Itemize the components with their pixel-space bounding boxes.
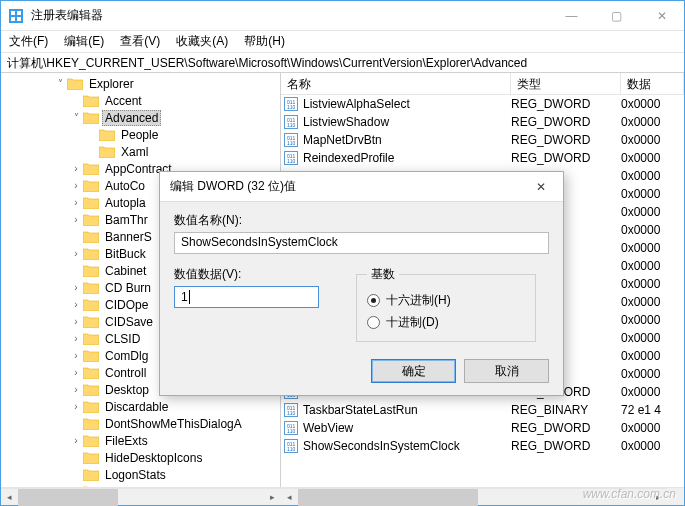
expander-icon[interactable]: ›	[69, 333, 83, 344]
expander-icon[interactable]: ›	[69, 367, 83, 378]
dword-icon: 011110	[281, 151, 301, 165]
scroll-thumb[interactable]	[18, 489, 118, 506]
tree-label: Accent	[102, 94, 145, 108]
value-data-input[interactable]: 1	[174, 286, 319, 308]
expander-icon[interactable]: ›	[69, 197, 83, 208]
expander-icon[interactable]: ›	[69, 401, 83, 412]
expander-icon[interactable]: ›	[69, 180, 83, 191]
folder-icon	[99, 145, 115, 159]
dialog-title: 编辑 DWORD (32 位)值	[170, 178, 296, 195]
value-data: 0x0000	[621, 439, 684, 453]
list-row[interactable]: 011110ReindexedProfileREG_DWORD0x0000	[281, 149, 684, 167]
scroll-thumb[interactable]	[298, 489, 478, 506]
cancel-button[interactable]: 取消	[464, 359, 549, 383]
dword-icon: 011110	[281, 133, 301, 147]
svg-rect-2	[17, 11, 21, 15]
tree-label: Desktop	[102, 383, 152, 397]
expander-icon[interactable]: ›	[69, 214, 83, 225]
list-row[interactable]: 011110TaskbarStateLastRunREG_BINARY72 e1…	[281, 401, 684, 419]
menu-file[interactable]: 文件(F)	[1, 30, 56, 53]
tree-item[interactable]: ›LowRegistry	[1, 483, 280, 487]
value-data: 0x0000	[621, 367, 684, 381]
scroll-right-icon[interactable]: ▸	[264, 489, 281, 506]
value-name: WebView	[301, 421, 511, 435]
col-type[interactable]: 类型	[511, 73, 621, 94]
expander-icon[interactable]: ›	[69, 350, 83, 361]
radio-hex[interactable]: 十六进制(H)	[367, 289, 525, 311]
radio-dec-icon	[367, 316, 380, 329]
list-row[interactable]: 011110WebViewREG_DWORD0x0000	[281, 419, 684, 437]
tree-item[interactable]: Xaml	[1, 143, 280, 160]
tree-label: Cabinet	[102, 264, 149, 278]
folder-icon	[83, 162, 99, 176]
dialog-titlebar: 编辑 DWORD (32 位)值 ✕	[160, 172, 563, 202]
menu-favorites[interactable]: 收藏夹(A)	[168, 30, 236, 53]
resize-grip[interactable]	[667, 488, 684, 505]
value-data-label: 数值数据(V):	[174, 266, 354, 283]
folder-icon	[83, 485, 99, 488]
menu-help[interactable]: 帮助(H)	[236, 30, 293, 53]
folder-icon	[83, 298, 99, 312]
folder-icon	[83, 332, 99, 346]
value-data: 0x0000	[621, 205, 684, 219]
col-name[interactable]: 名称	[281, 73, 511, 94]
menu-edit[interactable]: 编辑(E)	[56, 30, 112, 53]
expander-icon[interactable]: ›	[69, 384, 83, 395]
tree-item[interactable]: ˅Advanced	[1, 109, 280, 126]
value-type: REG_DWORD	[511, 115, 621, 129]
minimize-button[interactable]: —	[549, 1, 594, 31]
tree-item[interactable]: HideDesktopIcons	[1, 449, 280, 466]
list-row[interactable]: 011110ListviewShadowREG_DWORD0x0000	[281, 113, 684, 131]
svg-text:110: 110	[287, 140, 296, 146]
tree-label: CD Burn	[102, 281, 154, 295]
dword-icon: 011110	[281, 97, 301, 111]
value-data: 0x0000	[621, 187, 684, 201]
tree-item[interactable]: DontShowMeThisDialogA	[1, 415, 280, 432]
tree-item[interactable]: People	[1, 126, 280, 143]
tree-hscroll[interactable]: ◂ ▸	[1, 488, 281, 505]
base-legend: 基数	[367, 266, 399, 283]
list-row[interactable]: 011110ListviewAlphaSelectREG_DWORD0x0000	[281, 95, 684, 113]
expander-icon[interactable]: ›	[69, 486, 83, 487]
tree-item[interactable]: ›Discardable	[1, 398, 280, 415]
folder-icon	[99, 128, 115, 142]
expander-icon[interactable]: ›	[69, 163, 83, 174]
value-data: 0x0000	[621, 97, 684, 111]
list-row[interactable]: 011110ShowSecondsInSystemClockREG_DWORD0…	[281, 437, 684, 455]
expander-icon[interactable]: ›	[69, 299, 83, 310]
list-header: 名称 类型 数据	[281, 73, 684, 95]
folder-icon	[83, 349, 99, 363]
value-type: REG_DWORD	[511, 151, 621, 165]
radio-dec[interactable]: 十进制(D)	[367, 311, 525, 333]
dialog-close-button[interactable]: ✕	[519, 172, 563, 202]
value-data: 0x0000	[621, 169, 684, 183]
menu-view[interactable]: 查看(V)	[112, 30, 168, 53]
scroll-left-icon[interactable]: ◂	[281, 489, 298, 506]
value-data: 0x0000	[621, 223, 684, 237]
scroll-right-icon[interactable]: ▸	[650, 489, 667, 506]
tree-item[interactable]: LogonStats	[1, 466, 280, 483]
tree-label: Autopla	[102, 196, 149, 210]
expander-icon[interactable]: ›	[69, 248, 83, 259]
svg-rect-1	[11, 11, 15, 15]
list-row[interactable]: 011110MapNetDrvBtnREG_DWORD0x0000	[281, 131, 684, 149]
value-data: 72 e1 4	[621, 403, 684, 417]
maximize-button[interactable]: ▢	[594, 1, 639, 31]
expander-icon[interactable]: ›	[69, 282, 83, 293]
expander-icon[interactable]: ›	[69, 435, 83, 446]
expander-icon[interactable]: ˅	[69, 112, 83, 123]
tree-item[interactable]: ˅Explorer	[1, 75, 280, 92]
tree-item[interactable]: ›FileExts	[1, 432, 280, 449]
dword-icon: 011110	[281, 403, 301, 417]
address-bar[interactable]: 计算机\HKEY_CURRENT_USER\Software\Microsoft…	[1, 53, 684, 73]
list-hscroll[interactable]: ◂ ▸	[281, 488, 667, 505]
scroll-left-icon[interactable]: ◂	[1, 489, 18, 506]
col-data[interactable]: 数据	[621, 73, 684, 94]
value-name: ListviewAlphaSelect	[301, 97, 511, 111]
close-button[interactable]: ✕	[639, 1, 684, 31]
expander-icon[interactable]: ˅	[53, 78, 67, 89]
tree-item[interactable]: Accent	[1, 92, 280, 109]
expander-icon[interactable]: ›	[69, 316, 83, 327]
ok-button[interactable]: 确定	[371, 359, 456, 383]
value-data: 0x0000	[621, 133, 684, 147]
